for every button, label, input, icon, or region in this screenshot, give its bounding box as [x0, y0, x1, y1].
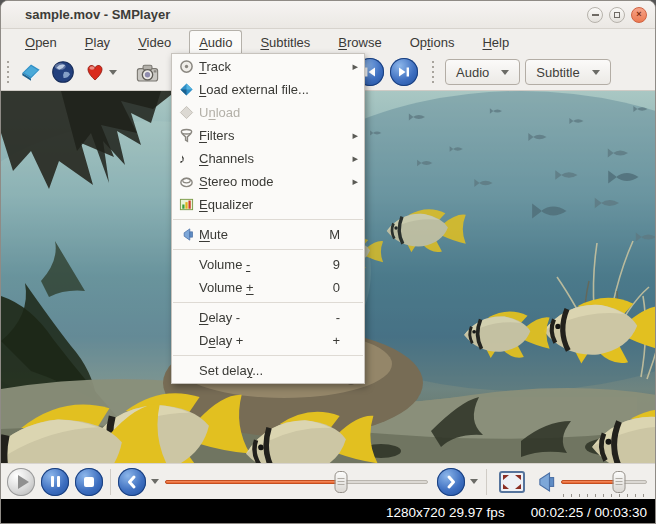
menubar-subtitles[interactable]: Subtitles	[250, 30, 320, 54]
pause-icon	[51, 476, 60, 487]
toolbar2-drag-handle[interactable]	[429, 61, 437, 83]
favorites-dropdown-icon	[109, 70, 117, 75]
seek-handle[interactable]	[335, 471, 348, 493]
favorites-button[interactable]	[79, 57, 121, 87]
menu-item-equalizer[interactable]: Equalizer	[172, 193, 364, 216]
menu-item-track[interactable]: Track ▸	[172, 55, 364, 78]
audio-menu: Track ▸ Load external file... Unload Fil…	[171, 53, 365, 384]
volume-handle[interactable]	[612, 471, 625, 493]
maximize-icon	[614, 12, 620, 18]
subtitle-track-dropdown[interactable]: Subtitle	[525, 59, 610, 85]
menu-item-set-delay[interactable]: Set delay...	[172, 359, 364, 382]
menu-item-filters[interactable]: Filters ▸	[172, 124, 364, 147]
menu-separator	[173, 355, 363, 356]
menu-item-volume-up[interactable]: Volume + 0	[172, 276, 364, 299]
menu-item-stereo-mode[interactable]: Stereo mode ▸	[172, 170, 364, 193]
audio-dropdown-label: Audio	[456, 65, 489, 80]
menu-item-unload: Unload	[172, 101, 364, 124]
speaker-icon	[533, 471, 555, 493]
stop-icon	[84, 477, 94, 487]
volume-button[interactable]	[529, 467, 559, 497]
book-icon	[18, 59, 44, 85]
submenu-arrow-icon: ▸	[350, 129, 358, 142]
menu-separator	[173, 302, 363, 303]
menu-item-delay-down[interactable]: Delay - -	[172, 306, 364, 329]
minimize-button[interactable]	[587, 7, 603, 23]
volume-fill	[561, 480, 619, 484]
menubar-audio[interactable]: Audio	[189, 30, 242, 54]
chevron-right-icon	[443, 474, 459, 490]
stereo-mode-icon	[179, 174, 199, 190]
control-bar	[1, 463, 655, 499]
unload-icon	[179, 105, 199, 121]
chevron-left-icon	[124, 474, 140, 490]
menu-separator	[173, 219, 363, 220]
toolbar-drag-handle[interactable]	[4, 61, 12, 83]
fullscreen-button[interactable]	[495, 467, 529, 497]
menubar-open[interactable]: Open	[15, 30, 67, 54]
menubar-play[interactable]: Play	[75, 30, 120, 54]
load-file-icon	[179, 82, 199, 98]
minimize-icon	[592, 14, 599, 16]
open-file-button[interactable]	[15, 57, 47, 87]
window-buttons: ×	[587, 7, 647, 23]
menubar-video[interactable]: Video	[128, 30, 181, 54]
forward-dropdown-icon[interactable]	[470, 479, 478, 484]
window-title: sample.mov - SMPlayer	[25, 7, 170, 22]
submenu-arrow-icon: ▸	[350, 152, 358, 165]
status-bar: 1280x720 29.97 fps 00:02:25 / 00:03:30	[1, 499, 655, 524]
video-resolution-label: 1280x720 29.97 fps	[386, 505, 505, 520]
seek-fill	[165, 480, 341, 484]
mute-icon	[179, 227, 199, 243]
camera-icon	[134, 59, 161, 86]
play-button[interactable]	[7, 468, 35, 496]
globe-icon	[50, 59, 76, 85]
open-url-button[interactable]	[47, 57, 79, 87]
smplayer-window: sample.mov - SMPlayer × Open Play Video …	[0, 0, 656, 524]
time-display: 00:02:25 / 00:03:30	[531, 505, 647, 520]
menu-item-channels[interactable]: ♪ Channels ▸	[172, 147, 364, 170]
skip-forward-icon	[396, 64, 412, 80]
chevron-down-icon	[592, 70, 600, 75]
volume-slider[interactable]	[561, 468, 647, 496]
menu-item-delay-up[interactable]: Delay + +	[172, 329, 364, 352]
separator	[486, 469, 487, 495]
menubar-help[interactable]: Help	[472, 30, 519, 54]
menubar: Open Play Video Audio Subtitles Browse O…	[1, 29, 655, 54]
menubar-options[interactable]: Options	[400, 30, 465, 54]
menu-item-mute[interactable]: Mute M	[172, 223, 364, 246]
menu-item-volume-down[interactable]: Volume - 9	[172, 253, 364, 276]
channels-icon: ♪	[179, 151, 199, 167]
stop-button[interactable]	[75, 468, 103, 496]
close-icon: ×	[636, 10, 641, 19]
submenu-arrow-icon: ▸	[350, 175, 358, 188]
titlebar: sample.mov - SMPlayer ×	[1, 1, 655, 29]
submenu-arrow-icon: ▸	[350, 60, 358, 73]
menu-item-load-external-file[interactable]: Load external file...	[172, 78, 364, 101]
rewind-button[interactable]	[118, 468, 146, 496]
seek-slider[interactable]	[165, 468, 428, 496]
menu-separator	[173, 249, 363, 250]
maximize-button[interactable]	[609, 7, 625, 23]
play-icon	[18, 475, 29, 489]
forward-button[interactable]	[437, 468, 465, 496]
close-button[interactable]: ×	[631, 7, 647, 23]
equalizer-icon	[179, 197, 199, 213]
heart-icon	[83, 60, 107, 84]
volume-ticks	[563, 494, 645, 497]
rewind-dropdown-icon[interactable]	[151, 479, 159, 484]
audio-track-dropdown[interactable]: Audio	[445, 59, 520, 85]
fullscreen-icon	[499, 471, 525, 493]
track-icon	[179, 59, 199, 75]
menubar-browse[interactable]: Browse	[328, 30, 391, 54]
separator	[110, 469, 111, 495]
filters-icon	[179, 128, 199, 144]
subtitle-dropdown-label: Subtitle	[536, 65, 579, 80]
screenshot-button[interactable]	[131, 57, 163, 87]
next-button[interactable]	[390, 58, 418, 86]
pause-button[interactable]	[41, 468, 69, 496]
chevron-down-icon	[501, 70, 509, 75]
